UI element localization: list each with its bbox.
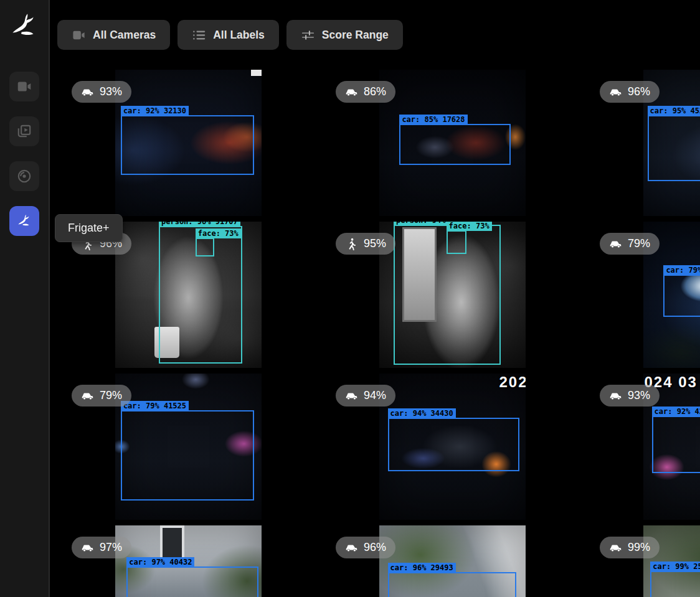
detection-bounding-box: face: 73% (447, 230, 467, 254)
bounding-box-label: car: 95% 45260 (648, 106, 700, 116)
detection-thumbnail[interactable]: car: 97% 4043297% (56, 525, 320, 597)
bounding-box-label: car: 99% 25 (650, 562, 700, 571)
score-badge-value: 86% (364, 85, 386, 98)
car-icon (345, 389, 358, 402)
detection-thumbnail[interactable]: person: 94% 85820face: 73%95% (320, 222, 584, 368)
score-badge: 79% (72, 385, 131, 407)
camera-snapshot: car: 79% 41525 (115, 374, 262, 520)
score-badge: 97% (72, 537, 131, 558)
score-range-button[interactable]: Score Range (286, 20, 403, 50)
score-badge: 95% (336, 233, 395, 255)
bounding-box-label: car: 92% 32130 (121, 106, 189, 116)
disc-icon (16, 168, 32, 184)
car-icon (609, 541, 622, 554)
car-icon (345, 541, 358, 554)
detection-bounding-box: car: 92% 32130 (121, 115, 254, 175)
detection-thumbnail[interactable]: car: 94% 3443020294% (320, 374, 584, 520)
detection-thumbnail[interactable]: car: 99% 2599% (584, 525, 700, 597)
detection-bounding-box: car: 92% 42165 (652, 416, 700, 473)
score-badge: 96% (600, 81, 660, 103)
score-badge: 96% (336, 537, 395, 558)
score-badge-value: 94% (364, 389, 386, 402)
person-icon (345, 237, 358, 250)
score-badge-value: 95% (364, 237, 386, 250)
score-badge-value: 97% (100, 541, 122, 554)
sidebar-item-review[interactable] (9, 116, 39, 146)
detection-thumbnail[interactable]: car: 79%79% (584, 222, 700, 368)
detection-thumbnail[interactable]: car: 85% 1762886% (320, 70, 584, 216)
main-content: All Cameras All Labels Score Range car: … (50, 0, 700, 597)
sidebar-item-export[interactable] (9, 161, 39, 191)
detection-bounding-box: car: 85% 17628 (399, 124, 511, 165)
camera-snapshot: car: 97% 40432 (115, 525, 262, 597)
car-icon (81, 85, 94, 98)
detection-bounding-box: car: 97% 40432 (126, 566, 258, 597)
car-icon (609, 237, 622, 250)
sidebar (0, 0, 50, 597)
detection-thumbnail[interactable]: car: 79% 4152579% (56, 374, 320, 520)
detection-bounding-box: car: 96% 29493 (388, 572, 517, 597)
frigate-plus-tooltip: Frigate+ (55, 214, 123, 242)
sidebar-nav (9, 72, 39, 236)
bounding-box-label: face: 73% (196, 228, 241, 238)
score-badge: 79% (600, 233, 660, 255)
car-icon (609, 389, 622, 402)
detection-bounding-box: car: 99% 25 (650, 571, 700, 597)
score-badge-value: 79% (100, 389, 122, 402)
camera-snapshot: car: 92% 32130 (115, 70, 262, 216)
detection-thumbnail[interactable]: car: 95% 4526096% (584, 70, 700, 216)
bounding-box-label: face: 73% (447, 222, 492, 231)
camera-icon (16, 78, 32, 95)
detection-bounding-box: car: 95% 45260 (648, 115, 700, 181)
bounding-box-label: car: 85% 17628 (399, 115, 467, 125)
bounding-box-label: car: 94% 34430 (388, 408, 456, 418)
frigate-bird-icon (16, 213, 32, 229)
all-cameras-label: All Cameras (93, 29, 156, 42)
car-icon (345, 85, 358, 98)
review-icon (16, 123, 32, 139)
all-labels-label: All Labels (213, 29, 265, 42)
bounding-box-label: car: 96% 29493 (388, 563, 456, 573)
app-root: All Cameras All Labels Score Range car: … (0, 0, 700, 597)
sidebar-item-frigate-plus[interactable] (9, 206, 39, 236)
camera-icon (72, 28, 86, 42)
score-badge: 99% (600, 537, 660, 558)
camera-timestamp-overlay: 202 (499, 374, 525, 391)
score-range-label: Score Range (322, 29, 389, 42)
filter-toolbar: All Cameras All Labels Score Range (57, 20, 700, 50)
score-badge: 93% (600, 385, 660, 407)
detection-bounding-box: car: 94% 34430 (388, 418, 520, 472)
score-badge-value: 99% (628, 541, 650, 554)
detections-grid: car: 92% 3213093%car: 85% 1762886%car: 9… (50, 70, 700, 597)
camera-snapshot: car: 94% 34430202 (379, 374, 526, 520)
score-badge-value: 93% (628, 389, 650, 402)
detection-thumbnail[interactable]: person: 96% 91707face: 73%96% (56, 222, 320, 368)
bounding-box-label: car: 92% 42165 (652, 407, 700, 416)
list-icon (192, 28, 206, 42)
detection-thumbnail[interactable]: car: 92% 3213093% (56, 70, 320, 216)
score-badge-value: 79% (628, 237, 650, 250)
score-badge: 94% (336, 385, 395, 407)
detection-bounding-box: car: 79% (663, 275, 700, 317)
bounding-box-label: person: 96% 91707 (159, 222, 240, 227)
detection-bounding-box: car: 79% 41525 (121, 410, 254, 501)
score-badge-value: 96% (628, 85, 650, 98)
camera-snapshot: car: 85% 17628 (379, 70, 526, 216)
car-icon (81, 541, 94, 554)
car-icon (609, 85, 622, 98)
sidebar-item-live[interactable] (9, 72, 39, 101)
camera-snapshot: car: 99% 25 (643, 525, 700, 597)
detection-thumbnail[interactable]: car: 92% 42165024 03 093% (584, 374, 700, 520)
score-badge-value: 96% (364, 541, 386, 554)
detection-bounding-box: face: 73% (196, 238, 215, 257)
all-labels-button[interactable]: All Labels (177, 20, 279, 50)
camera-snapshot: car: 96% 29493 (379, 525, 526, 597)
score-badge: 93% (72, 81, 131, 103)
frigate-logo[interactable] (8, 10, 40, 42)
camera-snapshot: person: 94% 85820face: 73% (379, 222, 526, 368)
detection-thumbnail[interactable]: car: 96% 2949396% (320, 525, 584, 597)
sliders-icon (301, 28, 315, 42)
all-cameras-button[interactable]: All Cameras (57, 20, 170, 50)
camera-snapshot: person: 96% 91707face: 73% (115, 222, 262, 368)
bounding-box-label: car: 97% 40432 (126, 557, 194, 567)
